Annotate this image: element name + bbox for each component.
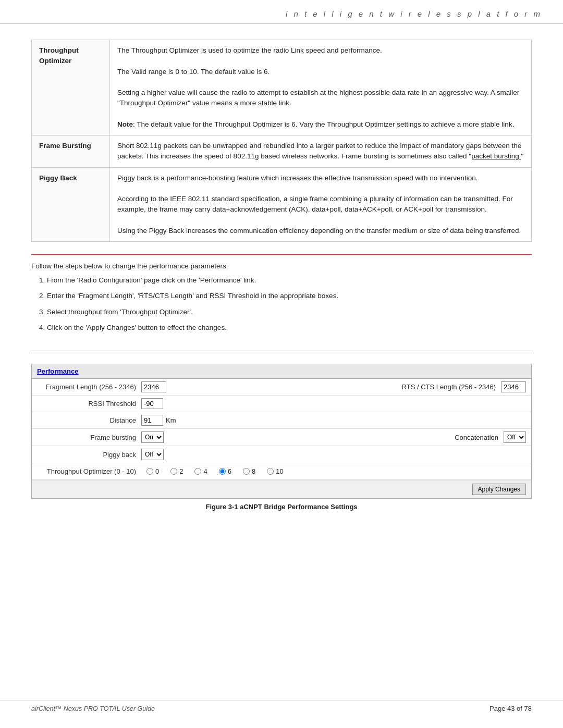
radio-2[interactable]: 2 xyxy=(170,467,183,475)
main-content: ThroughputOptimizer The Throughput Optim… xyxy=(0,40,563,511)
rts-input[interactable] xyxy=(501,381,526,392)
concatenation-group: Concatenation Off On xyxy=(410,431,526,443)
throughput-optimizer-label: ThroughputOptimizer xyxy=(32,40,110,135)
footer-right-text: Page 43 of 78 xyxy=(489,700,532,712)
piggy-back-label: Piggy Back xyxy=(32,167,110,242)
table-row: Piggy Back Piggy back is a performance-b… xyxy=(32,167,532,242)
radio-6[interactable]: 6 xyxy=(219,467,231,475)
frameburst-label: Frame bursting xyxy=(37,434,141,441)
figure-caption: Figure 3-1 aCNPT Bridge Performance Sett… xyxy=(31,503,532,511)
header-title-text: i n t e l l i g e n t w i r e l e s s p … xyxy=(286,9,542,18)
performance-box: Performance Fragment Length (256 - 2346)… xyxy=(31,364,532,499)
steps-intro-text: Follow the steps below to change the per… xyxy=(31,262,532,270)
fragment-row: Fragment Length (256 - 2346) RTS / CTS L… xyxy=(32,379,531,396)
performance-header: Performance xyxy=(32,364,531,379)
piggy-back-content: Piggy back is a performance-boosting fea… xyxy=(110,167,532,242)
rssi-input[interactable] xyxy=(141,398,163,409)
concatenation-label: Concatenation xyxy=(410,434,504,441)
page-header: i n t e l l i g e n t w i r e l e s s p … xyxy=(0,0,563,24)
radio-input-8[interactable] xyxy=(243,468,250,475)
list-item: Click on the 'Apply Changes' button to e… xyxy=(47,323,532,333)
list-item: Enter the 'Fragment Length', 'RTS/CTS Le… xyxy=(47,291,532,301)
frameburst-select[interactable]: On Off xyxy=(141,431,164,443)
performance-link[interactable]: Performance xyxy=(37,367,78,375)
page-footer: airClient™ Nexus PRO TOTAL User Guide Pa… xyxy=(0,700,563,712)
distance-unit: Km xyxy=(166,416,176,424)
distance-row: Distance Km xyxy=(32,412,531,429)
table-row: ThroughputOptimizer The Throughput Optim… xyxy=(32,40,532,135)
frame-bursting-label: Frame Bursting xyxy=(32,135,110,168)
piggyback-label: Piggy back xyxy=(37,451,141,459)
radio-input-10[interactable] xyxy=(267,468,274,475)
radio-0[interactable]: 0 xyxy=(146,467,159,475)
radio-input-2[interactable] xyxy=(170,468,177,475)
steps-section: Follow the steps below to change the per… xyxy=(31,254,532,351)
throughput-optimizer-content: The Throughput Optimizer is used to opti… xyxy=(110,40,532,135)
radio-input-6[interactable] xyxy=(219,468,226,475)
rts-label: RTS / CTS Length (256 - 2346) xyxy=(402,383,501,391)
list-item: Select throughput from 'Throughput Optim… xyxy=(47,307,532,317)
info-table: ThroughputOptimizer The Throughput Optim… xyxy=(31,40,532,242)
list-item: From the 'Radio Configuration' page clic… xyxy=(47,275,532,286)
piggyback-row: Piggy back Off On xyxy=(32,446,531,463)
fragment-input[interactable] xyxy=(141,381,166,392)
distance-label: Distance xyxy=(37,416,141,424)
radio-input-0[interactable] xyxy=(146,468,153,475)
distance-input[interactable] xyxy=(141,415,163,426)
footer-left-text: airClient™ Nexus PRO TOTAL User Guide xyxy=(31,701,155,712)
throughput-label: Throughput Optimizer (0 - 10) xyxy=(37,467,141,475)
rts-group: RTS / CTS Length (256 - 2346) xyxy=(402,381,526,392)
rssi-row: RSSI Threshold xyxy=(32,396,531,412)
table-row: Frame Bursting Short 802.11g packets can… xyxy=(32,135,532,168)
fragment-label: Fragment Length (256 - 2346) xyxy=(37,383,141,391)
throughput-radio-group: 0 2 4 6 8 10 xyxy=(146,467,284,475)
radio-8[interactable]: 8 xyxy=(243,467,255,475)
radio-4[interactable]: 4 xyxy=(194,467,207,475)
piggyback-select[interactable]: Off On xyxy=(141,449,164,460)
framebursting-row: Frame bursting On Off Concatenation Off … xyxy=(32,429,531,446)
steps-list: From the 'Radio Configuration' page clic… xyxy=(47,275,532,333)
radio-input-4[interactable] xyxy=(194,468,201,475)
concatenation-select[interactable]: Off On xyxy=(504,431,526,443)
apply-changes-button[interactable]: Apply Changes xyxy=(472,484,526,495)
frame-bursting-content: Short 802.11g packets can be unwrapped a… xyxy=(110,135,532,168)
radio-10[interactable]: 10 xyxy=(267,467,283,475)
rssi-label: RSSI Threshold xyxy=(37,400,141,408)
apply-row: Apply Changes xyxy=(32,480,531,498)
throughput-row: Throughput Optimizer (0 - 10) 0 2 4 6 8 xyxy=(32,463,531,480)
